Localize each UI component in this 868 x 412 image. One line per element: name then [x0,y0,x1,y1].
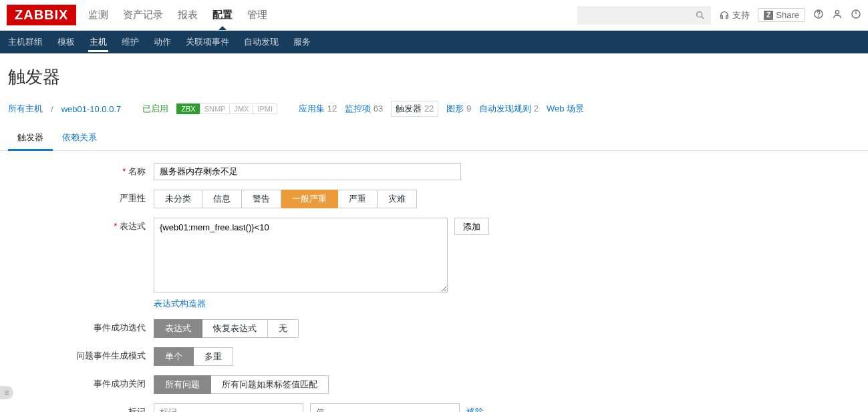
label-okclose: 事件成功关闭 [8,375,154,390]
topnav-reports[interactable]: 报表 [176,1,199,29]
help-icon[interactable] [813,9,824,21]
trigger-form: 名称 严重性 未分类 信息 警告 一般严重 严重 灾难 表达式 {web01:m… [0,151,868,412]
subnav-services[interactable]: 服务 [292,31,312,53]
badge-jmx: JMX [229,104,253,114]
link-items[interactable]: 监控项 63 [345,103,383,115]
probgen-multiple[interactable]: 多重 [194,347,233,366]
okevent-recovery[interactable]: 恢复表达式 [202,319,268,338]
interface-badges: ZBX SNMP JMX IPMI [176,104,277,114]
tab-trigger[interactable]: 触发器 [8,125,53,150]
link-tag-remove[interactable]: 移除 [466,406,484,412]
crumb-sep: / [51,104,53,114]
severity-notclassified[interactable]: 未分类 [154,190,202,208]
breadcrumb: 所有主机 / web01-10.0.0.7 已启用 ZBX SNMP JMX I… [0,98,868,125]
svg-point-0 [697,11,702,17]
label-okevent: 事件成功迭代 [8,319,154,334]
link-triggers[interactable]: 触发器 22 [391,101,438,117]
severity-average[interactable]: 一般严重 [281,190,338,208]
crumb-allhosts[interactable]: 所有主机 [8,103,43,115]
label-expression: 表达式 [8,218,154,232]
severity-disaster[interactable]: 灾难 [378,190,417,208]
topnav-administration[interactable]: 管理 [246,1,269,29]
severity-group: 未分类 信息 警告 一般严重 严重 灾难 [154,190,417,208]
okclose-group: 所有问题 所有问题如果标签值匹配 [154,375,329,394]
okclose-all[interactable]: 所有问题 [154,375,211,394]
tabs: 触发器 依赖关系 [0,125,868,151]
subnav-correlation[interactable]: 关联项事件 [184,31,231,53]
link-expression-constructor[interactable]: 表达式构造器 [154,298,489,310]
top-right: 支持 Z Share [577,6,861,25]
subnav-hosts[interactable]: 主机 [88,31,108,53]
subnav-maintenance[interactable]: 维护 [120,31,140,53]
search-input[interactable] [577,6,711,25]
status-enabled: 已启用 [142,103,168,115]
label-tags: 标记 [8,403,154,412]
logout-icon[interactable] [851,9,861,21]
label-severity: 严重性 [8,190,154,204]
topnav-monitoring[interactable]: 监测 [87,1,110,29]
share-label: Share [776,10,799,20]
topnav-inventory[interactable]: 资产记录 [122,1,164,29]
subnav-templates[interactable]: 模板 [56,31,76,53]
severity-warning[interactable]: 警告 [242,190,281,208]
severity-info[interactable]: 信息 [202,190,242,208]
link-discovery[interactable]: 自动发现规则 2 [479,103,539,115]
z-icon: Z [764,11,773,20]
probgen-group: 单个 多重 [154,347,233,366]
button-add-expression[interactable]: 添加 [454,218,489,235]
top-bar: ZABBIX 监测 资产记录 报表 配置 管理 支持 Z Share [0,0,868,31]
sub-nav: 主机群组 模板 主机 维护 动作 关联项事件 自动发现 服务 [0,31,868,53]
svg-point-4 [835,11,839,14]
badge-zbx: ZBX [176,104,199,114]
subnav-actions[interactable]: 动作 [152,31,172,53]
crumb-host[interactable]: web01-10.0.0.7 [61,104,122,114]
tab-dependencies[interactable]: 依赖关系 [53,125,106,150]
label-name: 名称 [8,163,154,178]
page-title: 触发器 [0,53,868,98]
logo[interactable]: ZABBIX [7,5,76,25]
textarea-expression[interactable]: {web01:mem_free.last()}<10 [154,218,448,292]
probgen-single[interactable]: 单个 [154,347,194,366]
svg-line-1 [702,17,704,19]
link-apps[interactable]: 应用集 12 [299,103,337,115]
link-webscenarios[interactable]: Web 场景 [547,103,584,115]
input-tag-key[interactable] [154,403,303,412]
svg-point-3 [819,16,819,17]
okclose-tagmatch[interactable]: 所有问题如果标签值匹配 [211,375,329,394]
label-probgen: 问题事件生成模式 [8,347,154,362]
support-label: 支持 [732,9,750,21]
subnav-hostgroups[interactable]: 主机群组 [7,31,44,53]
edge-handle-icon[interactable]: ≡ [0,386,13,399]
badge-snmp: SNMP [200,104,230,114]
okevent-expression[interactable]: 表达式 [154,319,202,338]
share-button[interactable]: Z Share [758,8,805,22]
input-name[interactable] [154,163,461,180]
link-graphs[interactable]: 图形 9 [446,103,471,115]
user-icon[interactable] [832,9,843,21]
search-icon[interactable] [695,10,706,23]
input-tag-value[interactable] [310,403,460,412]
topnav-configuration[interactable]: 配置 [211,1,234,29]
okevent-group: 表达式 恢复表达式 无 [154,319,299,338]
top-nav: 监测 资产记录 报表 配置 管理 [87,1,269,29]
severity-high[interactable]: 严重 [338,190,378,208]
okevent-none[interactable]: 无 [268,319,299,338]
support-link[interactable]: 支持 [719,9,750,21]
search-wrap [577,6,711,25]
tag-row: 移除 [154,403,484,412]
badge-ipmi: IPMI [253,104,277,114]
headset-icon [719,10,730,21]
subnav-discovery[interactable]: 自动发现 [243,31,280,53]
